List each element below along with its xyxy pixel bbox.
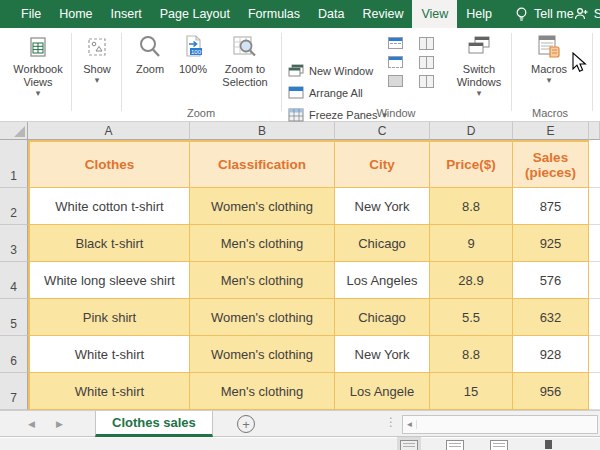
zoom-to-selection-label: Zoom to Selection <box>213 63 277 89</box>
row-header-3[interactable]: 3 <box>0 225 28 262</box>
cell-B7[interactable]: Men's clothing <box>190 373 335 410</box>
cell-A4[interactable]: White long sleeve shirt <box>28 262 190 299</box>
cell-B6[interactable]: Women's clothing <box>190 336 335 373</box>
cell-partial-3[interactable] <box>589 225 600 262</box>
cell-E4[interactable]: 576 <box>513 262 589 299</box>
cell-A1[interactable]: Clothes <box>28 140 190 188</box>
sheet-nav-prev-button[interactable]: ◀ <box>28 411 35 437</box>
zoom-label: Zoom <box>136 63 164 76</box>
cell-partial-7[interactable] <box>589 373 600 410</box>
zoom-100-button[interactable]: 100 100% <box>173 33 213 76</box>
show-icon <box>86 33 108 61</box>
cell-E2[interactable]: 875 <box>513 188 589 225</box>
tell-me[interactable]: Tell me <box>515 0 574 28</box>
row-header-6[interactable]: 6 <box>0 336 28 373</box>
cell-partial-1[interactable] <box>589 140 600 188</box>
macros-icon <box>536 33 562 61</box>
zoom-slider-handle[interactable] <box>545 440 552 449</box>
cell-D2[interactable]: 8.8 <box>430 188 513 225</box>
zoom-to-selection-button[interactable]: Zoom to Selection <box>213 33 277 89</box>
cell-B4[interactable]: Men's clothing <box>190 262 335 299</box>
menu-tab-view[interactable]: View <box>412 0 457 28</box>
menu-tab-home[interactable]: Home <box>50 0 101 28</box>
sheet-tab-clothes-sales[interactable]: Clothes sales <box>95 411 213 437</box>
workbook-views-button[interactable]: Workbook Views ▾ <box>8 33 68 97</box>
cell-C4[interactable]: Los Angeles <box>335 262 430 299</box>
column-header-partial[interactable] <box>589 122 600 140</box>
cell-C2[interactable]: New York <box>335 188 430 225</box>
hide-window-icon[interactable] <box>388 56 403 68</box>
menu-tab-help[interactable]: Help <box>457 0 501 28</box>
cell-D7[interactable]: 15 <box>430 373 513 410</box>
cell-A7[interactable]: White t-shirt <box>28 373 190 410</box>
cell-B1[interactable]: Classification <box>190 140 335 188</box>
cell-D3[interactable]: 9 <box>430 225 513 262</box>
cell-partial-5[interactable] <box>589 299 600 336</box>
page-break-preview-button[interactable] <box>490 440 508 450</box>
show-button[interactable]: Show ▾ <box>77 33 117 84</box>
cell-partial-2[interactable] <box>589 188 600 225</box>
cell-E1[interactable]: Sales (pieces) <box>513 140 589 188</box>
tabbar-resize-dots[interactable]: ⋮ <box>385 415 397 429</box>
cell-C1[interactable]: City <box>335 140 430 188</box>
macros-button[interactable]: Macros ▾ <box>523 33 575 84</box>
column-header-A[interactable]: A <box>28 122 190 140</box>
cell-A5[interactable]: Pink shirt <box>28 299 190 336</box>
workbook-views-label: Workbook Views <box>8 63 68 89</box>
menu-tab-file[interactable]: File <box>12 0 50 28</box>
row-header-7[interactable]: 7 <box>0 373 28 410</box>
cell-B2[interactable]: Women's clothing <box>190 188 335 225</box>
chevron-down-icon: ▾ <box>36 89 41 97</box>
normal-view-button[interactable] <box>400 440 418 450</box>
cell-A6[interactable]: White t-shirt <box>28 336 190 373</box>
cell-D6[interactable]: 8.8 <box>430 336 513 373</box>
menu-tab-insert[interactable]: Insert <box>102 0 151 28</box>
menu-tab-data[interactable]: Data <box>309 0 353 28</box>
sheet-nav-next-button[interactable]: ▶ <box>56 411 63 437</box>
cell-E3[interactable]: 925 <box>513 225 589 262</box>
cell-D1[interactable]: Price($) <box>430 140 513 188</box>
horizontal-scrollbar[interactable]: ◄ <box>402 415 598 434</box>
cell-C5[interactable]: Chicago <box>335 299 430 336</box>
new-window-button[interactable]: New Window <box>288 61 387 80</box>
cell-partial-6[interactable] <box>589 336 600 373</box>
cell-A3[interactable]: Black t-shirt <box>28 225 190 262</box>
row-header-4[interactable]: 4 <box>0 262 28 299</box>
cell-E6[interactable]: 928 <box>513 336 589 373</box>
cell-C6[interactable]: New York <box>335 336 430 373</box>
menu-tab-page-layout[interactable]: Page Layout <box>151 0 239 28</box>
row-header-5[interactable]: 5 <box>0 299 28 336</box>
select-all-triangle-icon <box>14 126 25 137</box>
column-header-E[interactable]: E <box>513 122 589 140</box>
scroll-left-icon[interactable]: ◄ <box>403 420 417 429</box>
cell-B3[interactable]: Men's clothing <box>190 225 335 262</box>
row-header-2[interactable]: 2 <box>0 188 28 225</box>
reset-window-position-icon[interactable] <box>419 75 435 87</box>
switch-windows-button[interactable]: Switch Windows ▾ <box>450 33 508 97</box>
arrange-all-button[interactable]: Arrange All <box>288 83 387 102</box>
column-header-B[interactable]: B <box>190 122 335 140</box>
row-header-1[interactable]: 1 <box>0 140 28 188</box>
view-side-by-side-icon[interactable] <box>419 37 435 49</box>
cell-partial-4[interactable] <box>589 262 600 299</box>
cell-B5[interactable]: Women's clothing <box>190 299 335 336</box>
synchronous-scrolling-icon[interactable] <box>419 56 435 68</box>
cell-E7[interactable]: 956 <box>513 373 589 410</box>
cell-D5[interactable]: 5.5 <box>430 299 513 336</box>
cell-D4[interactable]: 28.9 <box>430 262 513 299</box>
select-all-corner[interactable] <box>0 122 28 140</box>
unhide-window-icon[interactable] <box>388 75 403 87</box>
cell-A2[interactable]: White cotton t-shirt <box>28 188 190 225</box>
zoom-button[interactable]: Zoom <box>128 33 172 76</box>
column-header-C[interactable]: C <box>335 122 430 140</box>
column-header-D[interactable]: D <box>430 122 513 140</box>
cell-E5[interactable]: 632 <box>513 299 589 336</box>
menu-tab-formulas[interactable]: Formulas <box>239 0 309 28</box>
cell-C3[interactable]: Chicago <box>335 225 430 262</box>
split-icon[interactable] <box>388 37 403 49</box>
menu-tab-review[interactable]: Review <box>353 0 412 28</box>
cell-C7[interactable]: Los Angele <box>335 373 430 410</box>
page-layout-view-button[interactable] <box>446 440 464 450</box>
new-sheet-button[interactable]: + <box>237 415 255 433</box>
share-button[interactable]: Share <box>574 0 600 28</box>
